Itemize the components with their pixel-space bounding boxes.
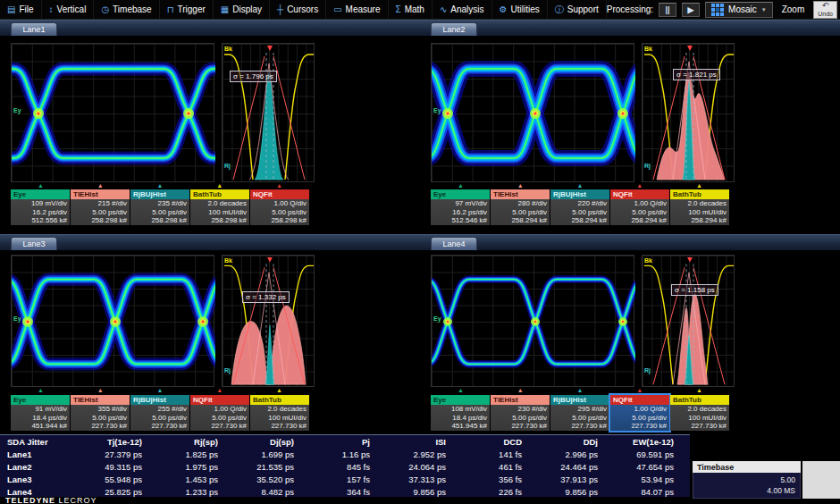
menu-display[interactable]: ▦Display <box>214 0 270 19</box>
tab-strip-row1 <box>0 20 840 36</box>
descriptor-line: 108 mV/div <box>431 405 490 414</box>
eye-trace-label: Ey <box>13 315 21 322</box>
bathtub-trace-label: Bk <box>224 257 232 264</box>
tab-lane3[interactable]: Lane3 <box>11 237 57 250</box>
descriptor-title: RjBUjHist <box>130 189 189 199</box>
menu-analysis[interactable]: ∿Analysis <box>433 0 492 19</box>
col-rj: Rj(sp) <box>156 437 232 447</box>
descriptor-bathtub[interactable]: BathTub 2.0 decades 100 mUI/div 227.730 … <box>670 395 729 431</box>
descriptor-title: Eye <box>11 395 70 405</box>
descriptor-eye[interactable]: Eye 91 mV/div 18.4 ps/div 451.944 k# <box>11 395 70 431</box>
descriptor-eye[interactable]: Eye 109 mV/div 16.2 ps/div 512.556 k# <box>11 189 70 225</box>
descriptor-line: 255 #/div <box>130 405 189 414</box>
descriptor-tiehist[interactable]: TIEHist 280 #/div 5.00 ps/div 258.294 k# <box>491 189 550 225</box>
bathtub-trace-label: Bk <box>224 46 232 52</box>
eye-marker-icon <box>431 182 491 189</box>
tiehist-marker-icon <box>71 182 130 189</box>
descriptor-bathtub[interactable]: BathTub 2.0 decades 100 mUI/div 227.730 … <box>250 395 309 431</box>
play-button[interactable]: ▶ <box>682 3 700 17</box>
zoom-button[interactable]: Zoom <box>778 4 809 14</box>
descriptor-line: 280 #/div <box>491 199 550 208</box>
descriptor-rjbujhist[interactable]: RjBUjHist 235 #/div 5.00 ps/div 258.298 … <box>130 189 189 225</box>
trigger-icon: ⊓ <box>167 5 174 14</box>
descriptor-line: 2.0 decades <box>250 405 309 414</box>
descriptor-title: TIEHist <box>71 395 130 405</box>
descriptor-line: 512.546 k# <box>431 216 490 225</box>
descriptor-tiehist[interactable]: TIEHist 230 #/div 5.00 ps/div 227.730 k# <box>491 395 550 431</box>
descriptor-title: TIEHist <box>491 395 550 405</box>
menu-trigger[interactable]: ⊓Trigger <box>160 0 214 19</box>
descriptor-title: BathTub <box>250 395 309 405</box>
row-label-lane2: Lane2 <box>0 462 80 472</box>
menu-vertical[interactable]: ↕Vertical <box>42 0 95 19</box>
descriptor-bathtub[interactable]: BathTub 2.0 decades 100 mUI/div 258.298 … <box>190 189 249 225</box>
menu-file-label: File <box>19 4 33 14</box>
descriptor-tiehist[interactable]: TIEHist 215 #/div 5.00 ps/div 258.298 k# <box>71 189 130 225</box>
descriptor-title: RjBUjHist <box>130 395 189 405</box>
descriptors-lane2: Eye 97 mV/div 16.2 ps/div 512.546 k# TIE… <box>431 189 729 225</box>
mosaic-dropdown[interactable]: Mosaic <box>705 2 773 18</box>
histogram-plot-lane4 <box>643 256 735 388</box>
tab-lane2[interactable]: Lane2 <box>431 22 477 36</box>
descriptor-title: TIEHist <box>491 189 550 199</box>
sda-jitter-table: SDA Jitter Tj(1e-12) Rj(sp) Dj(sp) Pj IS… <box>0 434 690 497</box>
descriptor-line: 109 mV/div <box>11 199 70 208</box>
descriptor-nqfit[interactable]: NQFit 1.00 Q/div 5.00 ps/div 258.294 k# <box>610 189 669 225</box>
menu-analysis-label: Analysis <box>450 4 483 14</box>
rjbujhist-marker-icon <box>550 387 610 394</box>
brand-logo: TELEDYNE LECROY <box>5 497 97 504</box>
row-label-lane4: Lane4 <box>0 487 80 497</box>
menu-support[interactable]: ⓘSupport <box>548 0 607 19</box>
descriptor-title: BathTub <box>670 189 729 199</box>
bathtub-trace-label: Bk <box>644 257 652 264</box>
descriptor-line: 451.944 k# <box>11 422 70 431</box>
eye-diagram-lane2: Ey <box>431 43 634 182</box>
menu-utilities[interactable]: ⚙Utilities <box>492 0 548 19</box>
rj-trace-label: Rj <box>644 163 651 169</box>
eye-trace-label: Ey <box>433 107 441 113</box>
menu-display-label: Display <box>232 4 262 14</box>
descriptor-nqfit-selected[interactable]: NQFit 1.00 Q/div 5.00 ps/div 227.730 k# <box>610 395 669 431</box>
eye-diagram-lane4: Ey <box>431 255 634 387</box>
menu-math[interactable]: ΣMath <box>389 0 433 19</box>
cell: 9.856 ps <box>536 487 612 497</box>
side-panel-edge <box>802 461 840 499</box>
cell: 2.996 ps <box>536 449 612 459</box>
jitter-histogram-lane2: Bk Rj σ = 1.821 ps <box>642 43 735 182</box>
timebase-descriptor[interactable]: Timebase 5.00 4.00 MS <box>693 461 801 499</box>
descriptor-title: Eye <box>431 395 490 405</box>
descriptor-rjbujhist[interactable]: RjBUjHist 255 #/div 5.00 ps/div 227.730 … <box>130 395 189 431</box>
col-ddj: DDj <box>536 437 612 447</box>
descriptor-eye[interactable]: Eye 108 mV/div 18.4 ps/div 451.945 k# <box>431 395 490 431</box>
tab-lane1[interactable]: Lane1 <box>11 22 57 36</box>
undo-button[interactable]: Undo <box>813 1 837 19</box>
cell: 55.948 ps <box>80 475 156 484</box>
col-tj: Tj(1e-12) <box>80 437 156 447</box>
menu-file[interactable]: ▤File <box>0 0 42 19</box>
descriptor-nqfit[interactable]: NQFit 1.00 Q/div 5.00 ps/div 258.298 k# <box>250 189 309 225</box>
descriptor-line: 227.730 k# <box>71 422 130 431</box>
descriptor-tiehist[interactable]: TIEHist 355 #/div 5.00 ps/div 227.730 k# <box>71 395 130 431</box>
descriptor-line: 5.00 ps/div <box>610 208 669 217</box>
cell: 25.825 ps <box>80 487 156 497</box>
tab-lane4[interactable]: Lane4 <box>431 237 477 250</box>
descriptor-nqfit[interactable]: NQFit 1.00 Q/div 5.00 ps/div 227.730 k# <box>190 395 249 431</box>
rjbujhist-marker-icon <box>130 387 190 394</box>
descriptor-line: 2.0 decades <box>190 199 249 208</box>
descriptor-rjbujhist[interactable]: RjBUjHist 295 #/div 5.00 ps/div 227.730 … <box>550 395 609 431</box>
menu-timebase[interactable]: ◷Timebase <box>94 0 159 19</box>
pause-button[interactable]: || <box>659 3 676 17</box>
descriptor-line: 215 #/div <box>71 199 130 208</box>
menu-cursors-label: Cursors <box>287 4 318 14</box>
descriptor-line: 18.4 ps/div <box>11 414 70 423</box>
descriptor-rjbujhist[interactable]: RjBUjHist 220 #/div 5.00 ps/div 258.294 … <box>550 189 609 225</box>
descriptor-eye[interactable]: Eye 97 mV/div 16.2 ps/div 512.546 k# <box>431 189 490 225</box>
eye-plot-lane2 <box>432 44 635 183</box>
cell: 141 fs <box>460 449 536 459</box>
eye-diagram-lane3: Ey <box>11 255 214 387</box>
menu-measure[interactable]: ▭Measure <box>326 0 388 19</box>
descriptor-title: RjBUjHist <box>550 395 609 405</box>
descriptor-bathtub[interactable]: BathTub 2.0 decades 100 mUI/div 258.294 … <box>670 189 729 225</box>
descriptors-lane4: Eye 108 mV/div 18.4 ps/div 451.945 k# TI… <box>431 395 729 431</box>
menu-cursors[interactable]: ┼Cursors <box>270 0 326 19</box>
